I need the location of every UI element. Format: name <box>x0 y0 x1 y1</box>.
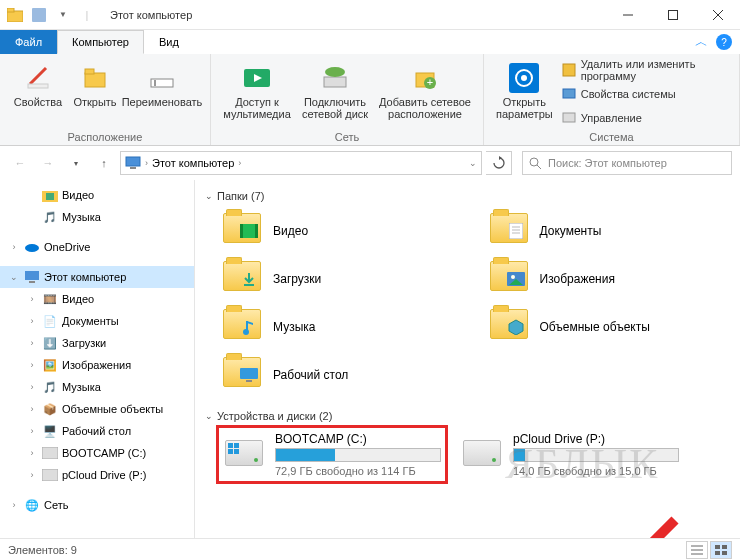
folder-app-icon <box>4 4 26 26</box>
devices-section-header[interactable]: ⌄ Устройства и диски (2) <box>199 406 736 426</box>
open-settings-button[interactable]: Открыть параметры <box>494 58 555 129</box>
manage-button[interactable]: Управление <box>559 107 729 129</box>
rename-button[interactable]: Переименовать <box>124 58 200 129</box>
sidebar-item-video[interactable]: Видео <box>0 184 194 206</box>
content-pane[interactable]: ⌄ Папки (7) Видео Документы Загрузки Изо… <box>195 180 740 538</box>
map-drive-button[interactable]: Подключить сетевой диск <box>297 58 373 129</box>
annotation-arrow <box>565 510 685 538</box>
refresh-button[interactable] <box>486 151 512 175</box>
svg-point-21 <box>521 75 527 81</box>
breadcrumb-item[interactable]: Этот компьютер <box>152 157 234 169</box>
folder-desktop[interactable]: Рабочий стол <box>223 354 460 396</box>
sidebar-item-this-pc[interactable]: ⌄Этот компьютер <box>0 266 194 288</box>
uninstall-programs-button[interactable]: Удалить или изменить программу <box>559 59 729 81</box>
sidebar-item-network[interactable]: ›🌐Сеть <box>0 494 194 516</box>
chevron-right-icon[interactable]: › <box>145 158 148 168</box>
tab-file[interactable]: Файл <box>0 30 57 54</box>
folders-section-header[interactable]: ⌄ Папки (7) <box>199 186 736 206</box>
sidebar-item-documents[interactable]: ›📄Документы <box>0 310 194 332</box>
svg-text:+: + <box>427 76 433 88</box>
svg-rect-23 <box>563 89 575 98</box>
collapse-icon[interactable]: ⌄ <box>205 411 213 421</box>
drive-pcloud-p[interactable]: pCloud Drive (P:) 14,0 ГБ свободно из 15… <box>461 432 679 477</box>
svg-rect-0 <box>7 11 23 22</box>
sidebar-item-pcloud[interactable]: ›pCloud Drive (P:) <box>0 464 194 486</box>
sidebar-item-music[interactable]: ›🎵Музыка <box>0 376 194 398</box>
svg-marker-49 <box>509 320 523 335</box>
svg-rect-53 <box>234 443 239 448</box>
drive-bootcamp-c[interactable]: BOOTCAMP (C:) 72,9 ГБ свободно из 114 ГБ <box>223 432 441 477</box>
svg-point-28 <box>530 158 538 166</box>
sidebar-item-onedrive[interactable]: ›OneDrive <box>0 236 194 258</box>
media-access-button[interactable]: Доступ к мультимедиа <box>221 58 293 129</box>
sidebar-item-bootcamp[interactable]: ›BOOTCAMP (C:) <box>0 442 194 464</box>
ribbon-group-system: Открыть параметры Удалить или изменить п… <box>484 54 740 145</box>
back-button[interactable]: ← <box>8 151 32 175</box>
forward-button[interactable]: → <box>36 151 60 175</box>
svg-rect-38 <box>240 224 243 238</box>
folder-videos[interactable]: Видео <box>223 210 460 252</box>
svg-rect-40 <box>509 223 523 239</box>
tab-view[interactable]: Вид <box>144 30 194 54</box>
svg-rect-54 <box>228 449 233 454</box>
close-button[interactable] <box>695 0 740 30</box>
collapse-icon[interactable]: ⌄ <box>205 191 213 201</box>
view-details-button[interactable] <box>686 541 708 559</box>
svg-rect-61 <box>715 545 720 549</box>
address-dropdown-icon[interactable]: ⌄ <box>469 158 477 168</box>
address-bar[interactable]: › Этот компьютер › ⌄ <box>120 151 482 175</box>
svg-rect-24 <box>563 113 575 122</box>
ribbon-group-label: Расположение <box>10 129 200 143</box>
svg-rect-2 <box>32 8 46 22</box>
svg-rect-9 <box>85 69 94 74</box>
drive-free-text: 72,9 ГБ свободно из 114 ГБ <box>275 465 441 477</box>
properties-button[interactable]: Свойства <box>10 58 66 129</box>
open-button[interactable]: Открыть <box>70 58 120 129</box>
chevron-right-icon[interactable]: › <box>238 158 241 168</box>
sidebar-item-pictures[interactable]: ›🖼️Изображения <box>0 354 194 376</box>
this-pc-icon <box>125 156 141 170</box>
qat-dropdown[interactable]: ▼ <box>52 4 74 26</box>
drive-free-text: 14,0 ГБ свободно из 15,0 ГБ <box>513 465 679 477</box>
navigation-pane[interactable]: Видео 🎵Музыка ›OneDrive ⌄Этот компьютер … <box>0 180 195 538</box>
section-title: Устройства и диски (2) <box>217 410 332 422</box>
tab-computer[interactable]: Компьютер <box>57 30 144 54</box>
svg-rect-10 <box>151 79 173 87</box>
qat-item[interactable] <box>28 4 50 26</box>
svg-point-46 <box>511 275 515 279</box>
folder-documents[interactable]: Документы <box>490 210 727 252</box>
folder-downloads[interactable]: Загрузки <box>223 258 460 300</box>
folder-3d-objects[interactable]: Объемные объекты <box>490 306 727 348</box>
add-network-location-button[interactable]: + Добавить сетевое расположение <box>377 58 473 129</box>
window-controls <box>605 0 740 30</box>
ribbon-group-label: Система <box>494 129 729 143</box>
collapse-ribbon-icon[interactable]: ︿ <box>695 33 708 51</box>
maximize-button[interactable] <box>650 0 695 30</box>
help-icon[interactable]: ? <box>716 34 732 50</box>
sidebar-item-desktop[interactable]: ›🖥️Рабочий стол <box>0 420 194 442</box>
folder-music[interactable]: Музыка <box>223 306 460 348</box>
svg-point-15 <box>325 67 345 77</box>
system-properties-button[interactable]: Свойства системы <box>559 83 729 105</box>
recent-dropdown[interactable]: ▾ <box>64 151 88 175</box>
body: Видео 🎵Музыка ›OneDrive ⌄Этот компьютер … <box>0 180 740 538</box>
sidebar-item-videos[interactable]: ›🎞️Видео <box>0 288 194 310</box>
svg-rect-25 <box>126 157 140 166</box>
search-box[interactable]: Поиск: Этот компьютер <box>522 151 732 175</box>
drive-usage-bar <box>275 448 441 462</box>
quick-access-toolbar: ▼ | <box>0 4 102 26</box>
svg-rect-63 <box>715 551 720 555</box>
minimize-button[interactable] <box>605 0 650 30</box>
up-button[interactable]: ↑ <box>92 151 116 175</box>
sidebar-item-music[interactable]: 🎵Музыка <box>0 206 194 228</box>
drive-icon <box>223 432 265 474</box>
search-icon <box>529 157 542 170</box>
view-icons-button[interactable] <box>710 541 732 559</box>
ribbon: Свойства Открыть Переименовать Расположе… <box>0 54 740 146</box>
sidebar-item-downloads[interactable]: ›⬇️Загрузки <box>0 332 194 354</box>
folder-pictures[interactable]: Изображения <box>490 258 727 300</box>
svg-rect-26 <box>130 167 136 169</box>
svg-rect-34 <box>29 281 35 283</box>
svg-rect-50 <box>240 368 258 379</box>
sidebar-item-3d-objects[interactable]: ›📦Объемные объекты <box>0 398 194 420</box>
